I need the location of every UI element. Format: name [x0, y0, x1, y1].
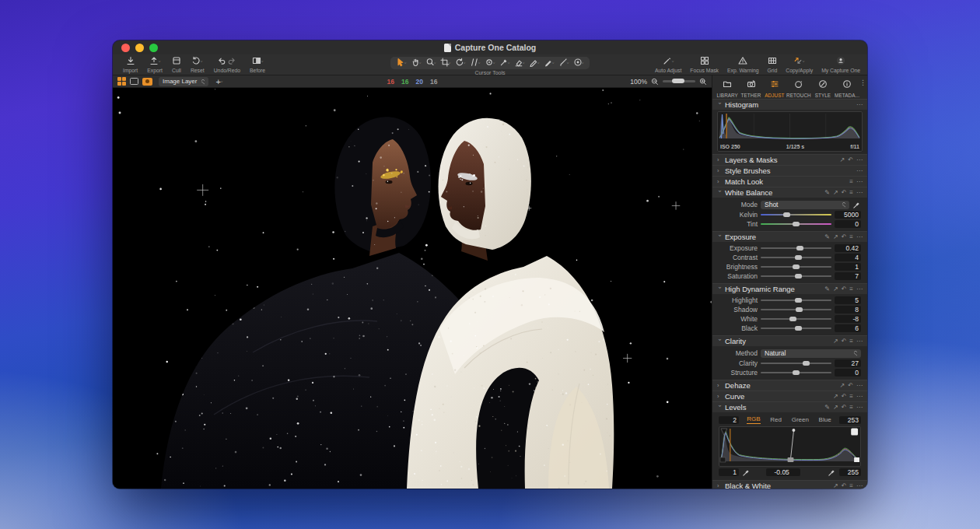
copy-icon[interactable]: ↗ [833, 394, 838, 400]
highlight-slider-handle[interactable] [795, 298, 802, 303]
section-header-style-brushes[interactable]: ›Style Brushes⋯ [712, 165, 867, 176]
section-header-white-balance[interactable]: ›White Balance✎↗↶≡⋯ [712, 187, 867, 198]
tb-right-focus-mask-button[interactable]: Focus Mask [686, 55, 723, 73]
kelvin-slider[interactable] [761, 211, 831, 219]
grid-view-icon[interactable] [117, 77, 126, 86]
white-slider[interactable] [761, 315, 831, 323]
menu-icon[interactable]: ≡ [849, 338, 853, 345]
levels-shadow-output[interactable]: 1 [719, 468, 739, 476]
more-icon[interactable]: ⋯ [856, 179, 863, 185]
levels-shadow-input[interactable]: 2 [719, 416, 739, 424]
menu-icon[interactable]: ≡ [849, 286, 853, 293]
levels-highlight-output[interactable]: 255 [839, 468, 861, 476]
section-header-match-look[interactable]: ›Match Look≡⋯ [712, 176, 867, 187]
tb-right-my-capture-one-button[interactable]: My Capture One [817, 55, 864, 73]
tb-right-auto-adjust-button[interactable]: ›Auto Adjust [651, 55, 685, 73]
levels-graph[interactable] [719, 426, 861, 467]
section-header-curve[interactable]: ›Curve↗↶≡⋯ [712, 391, 867, 401]
photo-canvas[interactable] [113, 88, 712, 489]
brightness-slider[interactable] [761, 263, 831, 271]
white-balance-mode-select[interactable]: Shot [761, 201, 849, 209]
kelvin-value[interactable]: 5000 [835, 211, 861, 219]
menu-icon[interactable]: ≡ [849, 405, 853, 411]
menu-icon[interactable]: ≡ [849, 394, 853, 400]
more-icon[interactable]: ⋯ [856, 405, 863, 411]
tb-right-exp-warning-button[interactable]: Exp. Warning [723, 55, 763, 73]
tab-adjust[interactable]: ADJUST [763, 78, 786, 98]
tb-right-grid-button[interactable]: Grid [764, 55, 782, 73]
levels-channel-red[interactable]: Red [770, 416, 782, 424]
section-header-hdr[interactable]: ›High Dynamic Range✎↗↶≡⋯ [712, 283, 867, 294]
panel-overflow-menu[interactable]: ⋮ [859, 78, 866, 86]
section-header-black-white[interactable]: ›Black & White↗↶≡⋯ [712, 480, 867, 489]
tab-library[interactable]: LIBRARY [716, 78, 739, 98]
cursor-tool-fill-mask[interactable]: › [542, 57, 556, 69]
pen-icon[interactable]: ✎ [824, 286, 830, 293]
copy-icon[interactable]: ↗ [840, 383, 845, 389]
black-value[interactable]: 6 [835, 324, 861, 332]
white-slider-handle[interactable] [789, 317, 796, 321]
pen-icon[interactable]: ✎ [824, 234, 830, 240]
pen-icon[interactable]: ✎ [824, 190, 830, 196]
exposure-slider-handle[interactable] [796, 246, 803, 250]
tint-slider-handle[interactable] [793, 222, 800, 226]
section-header-exposure[interactable]: ›Exposure✎↗↶≡⋯ [712, 231, 867, 242]
undo-icon[interactable]: ↶ [842, 234, 847, 240]
levels-channel-green[interactable]: Green [792, 416, 809, 424]
more-icon[interactable]: ⋯ [856, 483, 863, 489]
white-value[interactable]: -8 [835, 315, 861, 323]
copy-icon[interactable]: ↗ [833, 234, 838, 240]
tb-left-undo-redo-button[interactable]: Undo/Redo [210, 55, 244, 73]
undo-icon[interactable]: ↶ [842, 394, 847, 400]
zoom-slider-handle[interactable] [672, 79, 684, 83]
cursor-tool-crop[interactable]: › [439, 57, 453, 69]
shadow-value[interactable]: 8 [835, 306, 861, 314]
highlight-value[interactable]: 5 [835, 296, 861, 304]
add-layer-button[interactable]: +› [215, 77, 222, 86]
copy-icon[interactable]: ↗ [840, 157, 845, 163]
levels-highlight-input[interactable]: 253 [839, 416, 861, 424]
viewer-view-icon[interactable] [130, 78, 138, 85]
structure-slider-handle[interactable] [793, 370, 800, 375]
levels-midtone-value[interactable]: -0.05 [766, 468, 800, 476]
cursor-tool-heal[interactable]: › [498, 57, 512, 69]
copy-icon[interactable]: ↗ [833, 190, 838, 196]
undo-icon[interactable]: ↶ [842, 286, 847, 293]
cursor-tool-color-sample[interactable]: › [572, 57, 586, 69]
copy-icon[interactable]: ↗ [833, 286, 838, 293]
brightness-value[interactable]: 1 [835, 263, 861, 271]
more-icon[interactable]: ⋯ [856, 394, 863, 400]
menu-icon[interactable]: ≡ [849, 190, 853, 196]
tb-left-reset-button[interactable]: ›Reset [187, 55, 208, 73]
shadow-slider-handle[interactable] [796, 307, 803, 312]
tb-right-copy-apply-button[interactable]: ›Copy/Apply [782, 55, 817, 73]
section-header-layers-masks[interactable]: ›Layers & Masks↗↶⋯ [712, 154, 867, 165]
section-header-levels[interactable]: ›Levels✎↗↶≡⋯ [712, 401, 867, 412]
undo-icon[interactable]: ↶ [842, 405, 847, 411]
cursor-tool-select[interactable]: › [394, 57, 408, 69]
shadow-slider[interactable] [761, 306, 831, 314]
cursor-tool-pan[interactable]: › [409, 57, 423, 69]
undo-icon[interactable]: ↶ [842, 483, 847, 489]
shadow-picker-icon[interactable] [742, 468, 751, 477]
tab-retouch[interactable]: RETOUCH [786, 78, 811, 98]
more-icon[interactable]: ⋯ [856, 234, 863, 240]
highlight-slider[interactable] [761, 296, 831, 304]
levels-channel-blue[interactable]: Blue [819, 416, 831, 424]
saturation-value[interactable]: 7 [835, 272, 861, 280]
clarity-slider-handle[interactable] [803, 361, 810, 366]
menu-icon[interactable]: ≡ [849, 234, 853, 240]
section-header-histogram[interactable]: ›Histogram⋯ [712, 99, 867, 110]
contrast-slider-handle[interactable] [795, 255, 802, 260]
saturation-slider[interactable] [761, 272, 831, 280]
white-balance-picker-icon[interactable] [852, 201, 861, 209]
contrast-slider[interactable] [761, 254, 831, 261]
brightness-slider-handle[interactable] [793, 264, 800, 269]
structure-slider[interactable] [761, 369, 831, 377]
menu-icon[interactable]: ≡ [849, 179, 853, 185]
more-icon[interactable]: ⋯ [856, 168, 863, 174]
contrast-value[interactable]: 4 [835, 254, 861, 261]
tb-left-cull-button[interactable]: Cull [168, 55, 185, 73]
clarity-value[interactable]: 27 [835, 359, 861, 367]
cursor-tool-loupe[interactable]: › [424, 57, 438, 69]
